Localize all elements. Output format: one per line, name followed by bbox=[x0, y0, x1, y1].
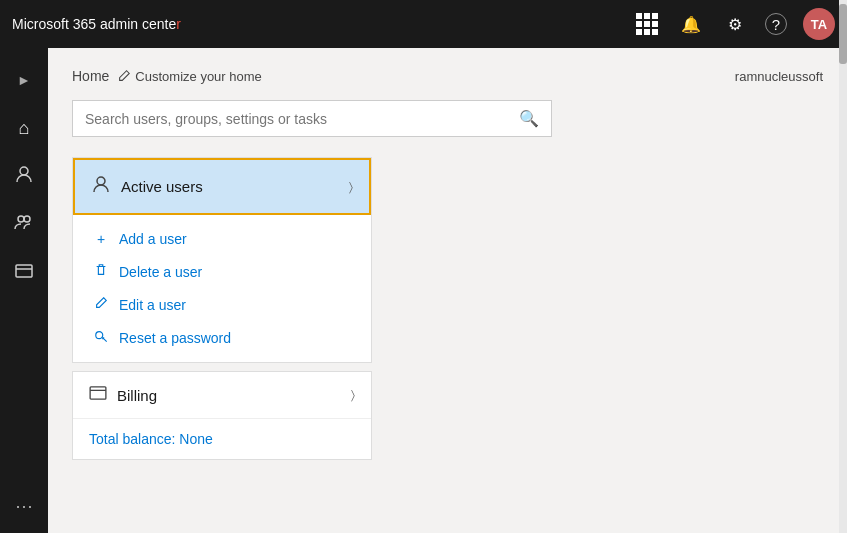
svg-point-1 bbox=[18, 216, 24, 222]
sidebar-more-button[interactable]: ⋯ bbox=[15, 495, 33, 517]
svg-rect-3 bbox=[16, 265, 32, 277]
sidebar-item-users[interactable] bbox=[0, 152, 48, 200]
active-users-items: + Add a user Delete a user bbox=[73, 215, 371, 362]
add-user-label: Add a user bbox=[119, 231, 187, 247]
help-icon[interactable]: ? bbox=[765, 13, 787, 35]
edit-user-label: Edit a user bbox=[119, 297, 186, 313]
active-users-icon bbox=[91, 174, 111, 199]
reset-password-item[interactable]: Reset a password bbox=[73, 321, 371, 354]
main-layout: ► ⌂ bbox=[0, 48, 847, 533]
active-users-header[interactable]: Active users 〉 bbox=[73, 158, 371, 215]
add-user-item[interactable]: + Add a user bbox=[73, 223, 371, 255]
active-users-title: Active users bbox=[121, 178, 339, 195]
sidebar: ► ⌂ bbox=[0, 48, 48, 533]
scrollbar-track[interactable] bbox=[839, 48, 847, 533]
app-title: Microsoft 365 admin center bbox=[12, 16, 633, 32]
billing-icon bbox=[14, 260, 34, 285]
scrollbar-thumb[interactable] bbox=[839, 48, 847, 64]
search-input[interactable] bbox=[85, 111, 519, 127]
plus-icon: + bbox=[93, 231, 109, 247]
breadcrumb: Home Customize your home bbox=[72, 68, 262, 84]
billing-chevron-icon: 〉 bbox=[351, 388, 355, 402]
search-bar[interactable]: 🔍 bbox=[72, 100, 552, 137]
delete-user-label: Delete a user bbox=[119, 264, 202, 280]
sidebar-item-groups[interactable] bbox=[0, 200, 48, 248]
svg-point-0 bbox=[20, 167, 28, 175]
active-users-chevron-icon: 〉 bbox=[349, 180, 353, 194]
svg-point-4 bbox=[97, 177, 105, 185]
topbar-icons: 🔔 ⚙ ? TA bbox=[633, 8, 835, 40]
search-icon: 🔍 bbox=[519, 109, 539, 128]
sidebar-expand-button[interactable]: ► bbox=[0, 56, 48, 104]
svg-point-5 bbox=[96, 332, 103, 339]
gear-icon[interactable]: ⚙ bbox=[721, 10, 749, 38]
delete-icon bbox=[93, 263, 109, 280]
breadcrumb-home: Home bbox=[72, 68, 109, 84]
billing-icon bbox=[89, 386, 107, 404]
key-icon bbox=[93, 329, 109, 346]
edit-icon bbox=[93, 296, 109, 313]
active-users-card: Active users 〉 + Add a user Delete a use… bbox=[72, 157, 372, 363]
sidebar-item-home[interactable]: ⌂ bbox=[0, 104, 48, 152]
app-title-accent: r bbox=[176, 16, 181, 32]
user-icon bbox=[14, 164, 34, 189]
billing-card: Billing 〉 Total balance: None bbox=[72, 371, 372, 460]
billing-title: Billing bbox=[117, 387, 341, 404]
chevron-right-icon: ► bbox=[17, 72, 31, 88]
delete-user-item[interactable]: Delete a user bbox=[73, 255, 371, 288]
content-header: Home Customize your home ramnucleussoft bbox=[72, 68, 823, 84]
username-display: ramnucleussoft bbox=[735, 69, 823, 84]
bell-icon[interactable]: 🔔 bbox=[677, 10, 705, 38]
topbar: Microsoft 365 admin center 🔔 ⚙ ? TA bbox=[0, 0, 847, 48]
content-area: Home Customize your home ramnucleussoft … bbox=[48, 48, 847, 533]
home-icon: ⌂ bbox=[19, 118, 30, 139]
sidebar-item-billing[interactable] bbox=[0, 248, 48, 296]
apps-icon[interactable] bbox=[633, 10, 661, 38]
customize-label: Customize your home bbox=[135, 69, 261, 84]
group-icon bbox=[14, 212, 34, 237]
reset-password-label: Reset a password bbox=[119, 330, 231, 346]
edit-user-item[interactable]: Edit a user bbox=[73, 288, 371, 321]
customize-link[interactable]: Customize your home bbox=[117, 69, 261, 84]
svg-rect-6 bbox=[90, 387, 106, 399]
billing-balance: Total balance: None bbox=[73, 419, 371, 459]
billing-header[interactable]: Billing 〉 bbox=[73, 372, 371, 419]
svg-point-2 bbox=[24, 216, 30, 222]
avatar[interactable]: TA bbox=[803, 8, 835, 40]
